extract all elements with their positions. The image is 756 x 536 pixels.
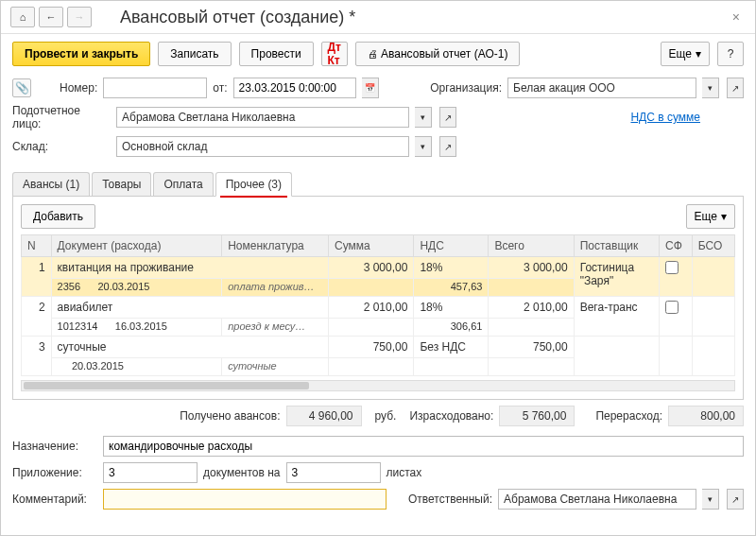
attach-docs-input[interactable]: [103, 462, 198, 483]
table-row[interactable]: 3 суточные 750,00 Без НДС 750,00: [22, 337, 735, 358]
purpose-label: Назначение:: [12, 440, 97, 453]
print-report-button[interactable]: 🖨 Авансовый отчет (АО-1): [355, 42, 521, 66]
spent-value: 5 760,00: [499, 406, 575, 426]
attach-label: Приложение:: [12, 466, 97, 479]
chevron-down-icon: ▾: [721, 210, 727, 223]
person-label: Подотчетное лицо:: [12, 104, 111, 130]
org-open-button[interactable]: ↗: [727, 78, 744, 98]
col-supplier: Поставщик: [574, 235, 659, 257]
person-open-button[interactable]: ↗: [439, 107, 456, 128]
comment-label: Комментарий:: [12, 493, 97, 506]
horizontal-scrollbar[interactable]: [21, 380, 735, 391]
sf-checkbox[interactable]: [665, 301, 679, 314]
comment-input[interactable]: [103, 489, 387, 510]
tab-payment[interactable]: Оплата: [153, 172, 213, 196]
expenses-table: N Документ (расхода) Номенклатура Сумма …: [21, 234, 735, 376]
post-and-close-button[interactable]: Провести и закрыть: [12, 42, 150, 66]
person-dropdown-button[interactable]: ▾: [415, 107, 432, 128]
purpose-input[interactable]: [103, 436, 744, 457]
org-label: Организация:: [430, 81, 502, 95]
forward-button[interactable]: →: [67, 7, 92, 27]
col-sum: Сумма: [329, 235, 414, 257]
attachment-icon[interactable]: 📎: [12, 78, 31, 97]
close-button[interactable]: ×: [727, 8, 746, 26]
window-title: Авансовый отчет (создание) *: [120, 8, 355, 27]
home-button[interactable]: ⌂: [10, 7, 35, 27]
tab-other[interactable]: Прочее (3): [215, 172, 292, 197]
overrun-value: 800,00: [668, 406, 744, 426]
org-select[interactable]: Белая акация ООО: [507, 78, 696, 98]
warehouse-open-button[interactable]: ↗: [439, 136, 456, 157]
col-total: Всего: [489, 235, 574, 257]
chevron-down-icon: ▾: [696, 47, 701, 61]
responsible-open-button[interactable]: ↗: [727, 489, 744, 510]
responsible-label: Ответственный:: [408, 493, 492, 506]
table-row[interactable]: 1 квитанция на проживание 3 000,00 18% 3…: [22, 257, 735, 279]
col-vat: НДС: [414, 235, 489, 257]
tab-goods[interactable]: Товары: [92, 172, 151, 196]
debit-credit-icon[interactable]: ДтКт: [321, 42, 348, 66]
responsible-dropdown-button[interactable]: ▾: [702, 489, 719, 510]
date-picker-button[interactable]: 📅: [362, 78, 379, 98]
overrun-label: Перерасход:: [595, 409, 662, 423]
col-nomen: Номенклатура: [222, 235, 329, 257]
post-button[interactable]: Провести: [239, 42, 314, 66]
titlebar: ⌂ ← → Авансовый отчет (создание) * ×: [1, 1, 755, 34]
col-doc: Документ (расхода): [51, 235, 222, 257]
attach-sheets-input[interactable]: [286, 462, 381, 483]
responsible-select[interactable]: Абрамова Светлана Николаевна: [498, 489, 696, 510]
date-input[interactable]: [233, 78, 356, 98]
number-label: Номер:: [60, 81, 97, 95]
sf-checkbox[interactable]: [665, 261, 679, 274]
table-more-button[interactable]: Еще ▾: [686, 204, 735, 229]
warehouse-dropdown-button[interactable]: ▾: [415, 136, 432, 157]
table-row[interactable]: 2 авиабилет 2 010,00 18% 2 010,00 Вега-т…: [22, 297, 735, 319]
help-button[interactable]: ?: [717, 42, 744, 66]
received-value: 4 960,00: [286, 406, 362, 426]
add-row-button[interactable]: Добавить: [21, 204, 95, 229]
save-button[interactable]: Записать: [158, 42, 231, 66]
received-label: Получено авансов:: [180, 409, 280, 423]
warehouse-select[interactable]: Основной склад: [116, 136, 409, 157]
printer-icon: 🖨: [368, 48, 378, 60]
col-sf: СФ: [659, 235, 692, 257]
more-button[interactable]: Еще ▾: [661, 42, 710, 66]
tab-advances[interactable]: Авансы (1): [12, 172, 90, 196]
person-select[interactable]: Абрамова Светлана Николаевна: [116, 107, 409, 128]
back-button[interactable]: ←: [39, 7, 63, 27]
vat-mode-link[interactable]: НДС в сумме: [630, 111, 700, 124]
col-bso: БСО: [692, 235, 734, 257]
org-dropdown-button[interactable]: ▾: [702, 78, 719, 98]
col-n: N: [22, 235, 52, 257]
spent-label: Израсходовано:: [409, 409, 493, 423]
date-label: от:: [213, 81, 227, 95]
number-input[interactable]: [103, 78, 207, 98]
warehouse-label: Склад:: [12, 140, 111, 153]
